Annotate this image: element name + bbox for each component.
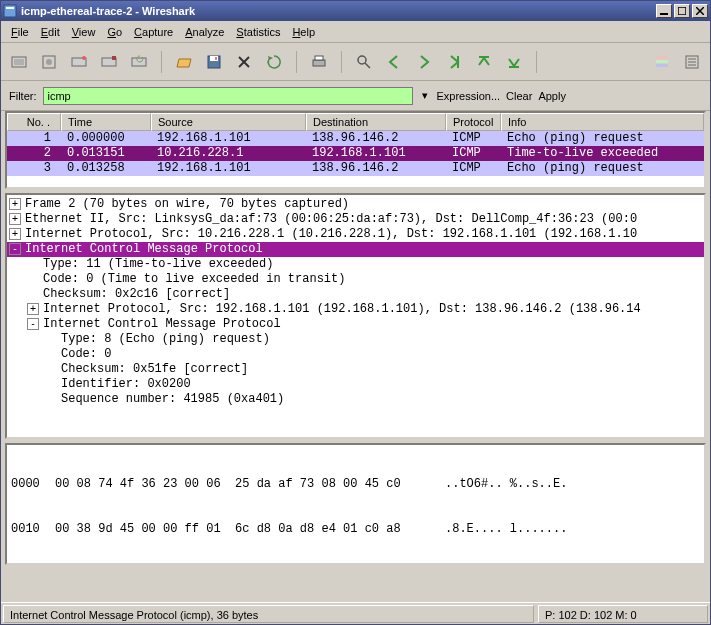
svg-rect-2: [660, 13, 668, 15]
svg-rect-17: [215, 57, 217, 60]
maximize-button[interactable]: [674, 4, 690, 18]
hex-row[interactable]: 000000 08 74 4f 36 23 00 06 25 da af 73 …: [11, 477, 700, 492]
filter-bar: Filter: ▾ Expression... Clear Apply: [1, 81, 710, 111]
close-button[interactable]: [692, 4, 708, 18]
collapse-icon[interactable]: -: [27, 318, 39, 330]
tree-field[interactable]: Code: 0: [7, 347, 704, 362]
hex-row[interactable]: 001000 38 9d 45 00 00 ff 01 6c d8 0a d8 …: [11, 522, 700, 537]
toolbar-separator: [161, 51, 162, 73]
go-to-packet-icon[interactable]: [442, 50, 466, 74]
expand-icon[interactable]: +: [9, 213, 21, 225]
tree-field[interactable]: Code: 0 (Time to live exceeded in transi…: [7, 272, 704, 287]
filter-input[interactable]: [43, 87, 413, 105]
window-title: icmp-ethereal-trace-2 - Wireshark: [21, 5, 654, 17]
auto-scroll-icon[interactable]: [680, 50, 704, 74]
toolbar-separator: [536, 51, 537, 73]
tree-inner-icmp[interactable]: -Internet Control Message Protocol: [7, 317, 704, 332]
tree-field[interactable]: Sequence number: 41985 (0xa401): [7, 392, 704, 407]
go-first-icon[interactable]: [472, 50, 496, 74]
print-icon[interactable]: [307, 50, 331, 74]
tree-field[interactable]: Type: 11 (Time-to-live exceeded): [7, 257, 704, 272]
svg-rect-20: [313, 60, 325, 66]
svg-rect-28: [656, 60, 668, 63]
col-info[interactable]: Info: [501, 113, 704, 131]
save-icon[interactable]: [202, 50, 226, 74]
menu-go[interactable]: Go: [101, 24, 128, 40]
col-no[interactable]: No. .: [7, 113, 61, 131]
col-source[interactable]: Source: [151, 113, 306, 131]
tree-ip[interactable]: +Internet Protocol, Src: 10.216.228.1 (1…: [7, 227, 704, 242]
packet-row-selected[interactable]: 2 0.013151 10.216.228.1 192.168.1.101 IC…: [7, 146, 704, 161]
packet-details-pane[interactable]: +Frame 2 (70 bytes on wire, 70 bytes cap…: [5, 193, 706, 439]
menu-file[interactable]: File: [5, 24, 35, 40]
go-forward-icon[interactable]: [412, 50, 436, 74]
tree-ethernet[interactable]: +Ethernet II, Src: LinksysG_da:af:73 (00…: [7, 212, 704, 227]
go-back-icon[interactable]: [382, 50, 406, 74]
svg-rect-27: [656, 56, 668, 59]
tree-frame[interactable]: +Frame 2 (70 bytes on wire, 70 bytes cap…: [7, 197, 704, 212]
reload-icon[interactable]: [262, 50, 286, 74]
filter-label: Filter:: [9, 90, 37, 102]
restart-capture-icon[interactable]: [127, 50, 151, 74]
collapse-icon[interactable]: -: [9, 243, 21, 255]
packet-row[interactable]: 1 0.000000 192.168.1.101 138.96.146.2 IC…: [7, 131, 704, 146]
colorize-icon[interactable]: [650, 50, 674, 74]
svg-rect-7: [14, 59, 24, 65]
menubar: File Edit View Go Capture Analyze Statis…: [1, 21, 710, 43]
go-last-icon[interactable]: [502, 50, 526, 74]
packet-row[interactable]: 3 0.013258 192.168.1.101 138.96.146.2 IC…: [7, 161, 704, 176]
start-capture-icon[interactable]: [67, 50, 91, 74]
svg-rect-0: [4, 5, 16, 17]
menu-analyze[interactable]: Analyze: [179, 24, 230, 40]
open-icon[interactable]: [172, 50, 196, 74]
titlebar: icmp-ethereal-trace-2 - Wireshark: [1, 1, 710, 21]
toolbar-separator: [341, 51, 342, 73]
interfaces-icon[interactable]: [7, 50, 31, 74]
svg-point-11: [82, 56, 86, 60]
tree-field[interactable]: Identifier: 0x0200: [7, 377, 704, 392]
tree-field[interactable]: Checksum: 0x2c16 [correct]: [7, 287, 704, 302]
expand-icon[interactable]: +: [9, 198, 21, 210]
filter-apply-link[interactable]: Apply: [538, 90, 566, 102]
tree-field[interactable]: Checksum: 0x51fe [correct]: [7, 362, 704, 377]
toolbar-separator: [296, 51, 297, 73]
stop-capture-icon[interactable]: [97, 50, 121, 74]
statusbar: Internet Control Message Protocol (icmp)…: [1, 602, 710, 624]
status-right: P: 102 D: 102 M: 0: [538, 605, 708, 623]
svg-point-22: [358, 56, 366, 64]
col-protocol[interactable]: Protocol: [446, 113, 501, 131]
expand-icon[interactable]: +: [27, 303, 39, 315]
status-left: Internet Control Message Protocol (icmp)…: [3, 605, 534, 623]
col-time[interactable]: Time: [61, 113, 151, 131]
expand-icon[interactable]: +: [9, 228, 21, 240]
svg-rect-3: [678, 7, 686, 15]
tree-inner-ip[interactable]: +Internet Protocol, Src: 192.168.1.101 (…: [7, 302, 704, 317]
tree-icmp-selected[interactable]: -Internet Control Message Protocol: [7, 242, 704, 257]
toolbar: [1, 43, 710, 81]
menu-help[interactable]: Help: [286, 24, 321, 40]
menu-view[interactable]: View: [66, 24, 102, 40]
tree-field[interactable]: Type: 8 (Echo (ping) request): [7, 332, 704, 347]
svg-line-23: [365, 63, 370, 68]
menu-edit[interactable]: Edit: [35, 24, 66, 40]
filter-dropdown-icon[interactable]: ▾: [419, 89, 431, 102]
packet-list-header: No. . Time Source Destination Protocol I…: [7, 113, 704, 131]
menu-capture[interactable]: Capture: [128, 24, 179, 40]
minimize-button[interactable]: [656, 4, 672, 18]
app-icon: [3, 4, 17, 18]
filter-expression-link[interactable]: Expression...: [437, 90, 501, 102]
close-file-icon[interactable]: [232, 50, 256, 74]
svg-rect-13: [112, 56, 116, 60]
filter-clear-link[interactable]: Clear: [506, 90, 532, 102]
svg-rect-1: [6, 7, 14, 9]
col-destination[interactable]: Destination: [306, 113, 446, 131]
capture-options-icon[interactable]: [37, 50, 61, 74]
menu-statistics[interactable]: Statistics: [230, 24, 286, 40]
packet-bytes-pane[interactable]: 000000 08 74 4f 36 23 00 06 25 da af 73 …: [5, 443, 706, 565]
svg-point-9: [46, 59, 52, 65]
svg-rect-21: [315, 56, 323, 60]
svg-rect-29: [656, 64, 668, 67]
find-icon[interactable]: [352, 50, 376, 74]
packet-list-pane[interactable]: No. . Time Source Destination Protocol I…: [5, 111, 706, 189]
